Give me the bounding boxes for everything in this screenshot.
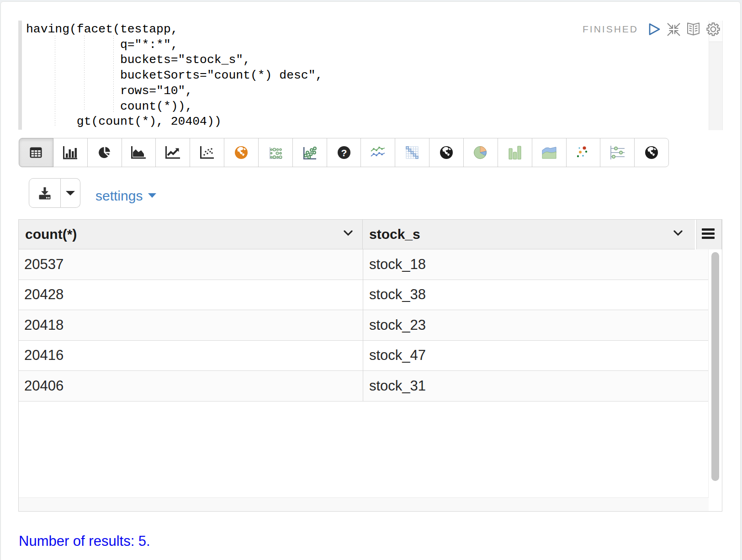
svg-text:?: ? xyxy=(341,148,347,158)
